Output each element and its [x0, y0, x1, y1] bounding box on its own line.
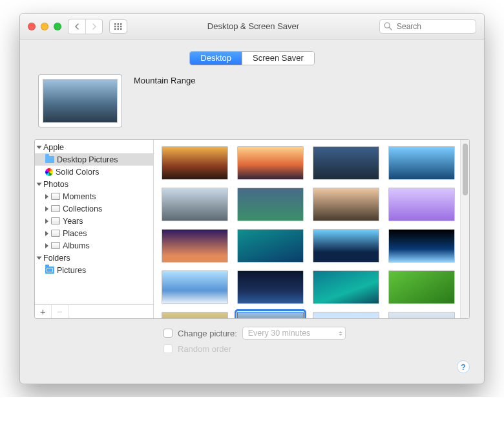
- svg-rect-6: [114, 28, 116, 30]
- collection-icon: [51, 193, 60, 200]
- wallpaper-thumb[interactable]: [313, 188, 379, 221]
- svg-line-10: [389, 27, 392, 30]
- svg-rect-8: [120, 28, 122, 30]
- chevron-left-icon: [74, 23, 79, 30]
- wallpaper-thumb-selected[interactable]: [237, 312, 304, 318]
- back-button[interactable]: [68, 19, 85, 34]
- remove-source-button[interactable]: −: [52, 305, 68, 318]
- help-button[interactable]: ?: [457, 360, 470, 373]
- wallpaper-thumb[interactable]: [388, 270, 455, 304]
- item-pictures[interactable]: Pictures: [35, 264, 153, 276]
- collection-icon: [51, 230, 60, 237]
- tab-desktop[interactable]: Desktop: [190, 52, 242, 65]
- disclosure-triangle-icon: [45, 219, 48, 224]
- window-title: Desktop & Screen Saver: [134, 21, 373, 31]
- wallpaper-thumb[interactable]: [162, 312, 228, 318]
- options: Change picture: Every 30 minutes Random …: [34, 325, 470, 356]
- item-desktop-pictures[interactable]: Desktop Pictures: [35, 153, 153, 166]
- wallpaper-thumb[interactable]: [388, 146, 455, 180]
- zoom-window-button[interactable]: [54, 23, 61, 30]
- forward-button[interactable]: [85, 19, 102, 34]
- random-order-row: Random order: [163, 341, 470, 356]
- random-order-label: Random order: [178, 344, 231, 354]
- wallpaper-thumb[interactable]: [237, 270, 304, 304]
- grid-icon: [114, 23, 122, 30]
- nav-back-forward: [68, 19, 103, 34]
- color-wheel-icon: [45, 168, 53, 176]
- source-panel: Apple Desktop Pictures Solid Colors Phot…: [34, 139, 470, 319]
- change-picture-row: Change picture: Every 30 minutes: [163, 325, 470, 341]
- add-source-button[interactable]: +: [35, 305, 52, 318]
- wallpaper-thumb[interactable]: [313, 270, 379, 304]
- window-controls: [28, 23, 61, 30]
- pictures-folder-icon: [45, 267, 54, 274]
- change-picture-checkbox[interactable]: [163, 329, 173, 338]
- svg-rect-7: [118, 28, 120, 30]
- search-icon: [384, 22, 392, 30]
- wallpaper-thumb[interactable]: [162, 270, 228, 304]
- collection-icon: [51, 242, 60, 249]
- svg-rect-4: [118, 25, 120, 27]
- scrollbar-knob[interactable]: [463, 144, 468, 195]
- sidebar-footer: + −: [35, 304, 153, 318]
- scrollbar[interactable]: [460, 140, 469, 318]
- item-solid-colors[interactable]: Solid Colors: [35, 166, 153, 178]
- titlebar: Desktop & Screen Saver: [20, 14, 484, 39]
- disclosure-triangle-icon: [45, 231, 48, 236]
- preferences-window: Desktop & Screen Saver Desktop Screen Sa…: [19, 13, 485, 384]
- item-places[interactable]: Places: [35, 227, 153, 239]
- change-picture-label: Change picture:: [178, 329, 237, 338]
- wallpaper-thumb[interactable]: [313, 229, 379, 263]
- disclosure-triangle-icon: [37, 256, 42, 259]
- preview-well[interactable]: [38, 74, 122, 127]
- item-moments[interactable]: Moments: [35, 190, 153, 202]
- search-input[interactable]: [379, 19, 476, 34]
- collection-icon: [51, 217, 60, 224]
- source-list: Apple Desktop Pictures Solid Colors Phot…: [35, 140, 153, 304]
- wallpaper-thumb[interactable]: [162, 146, 228, 180]
- sidebar: Apple Desktop Pictures Solid Colors Phot…: [35, 140, 154, 318]
- disclosure-triangle-icon: [45, 206, 48, 212]
- item-years[interactable]: Years: [35, 215, 153, 227]
- preview-label: Mountain Range: [134, 74, 195, 85]
- item-collections[interactable]: Collections: [35, 202, 153, 215]
- wallpaper-thumb[interactable]: [388, 312, 455, 318]
- wallpaper-thumb[interactable]: [388, 229, 455, 263]
- disclosure-triangle-icon: [45, 194, 48, 199]
- collection-icon: [51, 205, 60, 212]
- help-area: ?: [34, 360, 470, 373]
- wallpaper-thumb[interactable]: [237, 146, 304, 180]
- select-value: Every 30 minutes: [248, 329, 311, 338]
- group-apple[interactable]: Apple: [35, 141, 153, 153]
- random-order-checkbox: [163, 344, 173, 353]
- change-interval-select[interactable]: Every 30 minutes: [242, 327, 346, 340]
- search-field-wrapper: [379, 19, 476, 34]
- wallpaper-thumb[interactable]: [237, 229, 304, 263]
- thumbnail-grid: [154, 140, 460, 318]
- tab-screen-saver[interactable]: Screen Saver: [242, 52, 314, 65]
- item-albums[interactable]: Albums: [35, 239, 153, 252]
- wallpaper-thumb[interactable]: [388, 188, 455, 221]
- current-wallpaper-preview: Mountain Range: [38, 74, 470, 127]
- wallpaper-thumb[interactable]: [237, 188, 304, 221]
- minimize-window-button[interactable]: [41, 23, 48, 30]
- chevron-right-icon: [92, 23, 97, 30]
- wallpaper-thumb[interactable]: [313, 312, 379, 318]
- tab-bar: Desktop Screen Saver: [34, 51, 470, 65]
- show-all-button[interactable]: [109, 19, 127, 34]
- preview-image: [43, 79, 118, 123]
- svg-rect-3: [114, 25, 116, 27]
- wallpaper-thumb[interactable]: [313, 146, 379, 180]
- wallpaper-thumb[interactable]: [162, 188, 228, 221]
- up-down-caret-icon: [339, 331, 342, 336]
- group-folders[interactable]: Folders: [35, 252, 153, 264]
- svg-rect-1: [118, 23, 120, 25]
- group-photos[interactable]: Photos: [35, 178, 153, 190]
- folder-icon: [45, 156, 54, 163]
- close-window-button[interactable]: [28, 23, 36, 30]
- disclosure-triangle-icon: [37, 146, 42, 149]
- thumbnail-area: [154, 140, 469, 318]
- svg-rect-0: [114, 23, 116, 25]
- disclosure-triangle-icon: [37, 182, 42, 186]
- wallpaper-thumb[interactable]: [162, 229, 228, 263]
